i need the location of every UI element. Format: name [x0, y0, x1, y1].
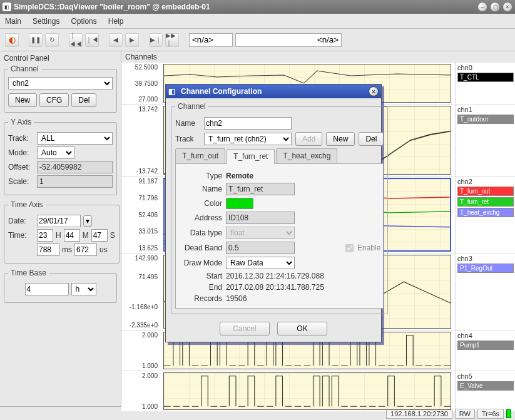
app-icon: ◧ [3, 3, 11, 11]
yaxis-legend: Y Axis [8, 118, 34, 126]
time-ms[interactable] [37, 243, 59, 256]
track-tag-T_furn_ret[interactable]: T_furn_ret [457, 197, 514, 207]
dialog-track-name: T_furn_ret [226, 183, 295, 195]
timeaxis-legend: Time Axis [8, 200, 46, 209]
time-s[interactable] [91, 229, 108, 242]
yaxis-mode-select[interactable]: Auto [37, 146, 74, 159]
play-icon[interactable]: ▶ [125, 33, 139, 47]
time-m[interactable] [64, 229, 80, 242]
time-us[interactable] [74, 243, 97, 256]
timebase-legend: Time Base [8, 269, 49, 277]
channel-name: chn4 [457, 332, 514, 339]
dialog-tab-body: Type Remote Name T_furn_ret Color Addres… [175, 163, 384, 309]
dialog-close-button[interactable]: × [369, 86, 379, 96]
prev-icon[interactable]: ｜◀ [85, 33, 99, 47]
channel-name: chn2 [457, 178, 514, 185]
nav-left-field[interactable] [189, 33, 233, 47]
dialog-color-button[interactable] [226, 198, 253, 209]
dialog-track-select[interactable]: T_furn_ret (chn2) [204, 133, 292, 145]
track-tag-T_furn_out[interactable]: T_furn_out [457, 187, 514, 196]
window-titlebar: ◧ SimpleDCS::DaqViewer "boiler_room" @ e… [0, 0, 515, 14]
date-picker-button[interactable]: ▾ [83, 215, 92, 227]
dialog-tab-T_furn_out[interactable]: T_furn_out [175, 148, 225, 163]
dialog-title: Channel Configuration [181, 87, 365, 96]
date-field[interactable] [37, 215, 81, 227]
dialog-icon: ◧ [168, 87, 177, 96]
control-panel-title: Control Panel [4, 54, 117, 63]
dialog-deadband: 0.5 [226, 242, 295, 254]
yaxis-offset-value: -52.4059982 [37, 161, 113, 173]
dialog-ok-button[interactable]: OK [277, 322, 327, 335]
channel-name: chn5 [457, 372, 514, 380]
dialog-tab-T_furn_ret[interactable]: T_furn_ret [227, 149, 275, 164]
menu-options[interactable]: Options [71, 17, 96, 26]
close-button[interactable]: × [502, 2, 512, 12]
timebase-unit[interactable]: h [71, 283, 96, 295]
channel-name: chn0 [457, 64, 514, 71]
track-tag-T_heat_exchg[interactable]: T_heat_exchg [457, 208, 514, 217]
dialog-type-value: Remote [226, 172, 253, 180]
track-tag-T_CTL[interactable]: T_CTL [457, 73, 514, 82]
channel-cfg-button[interactable]: CFG [39, 93, 69, 107]
channel-config-dialog: ◧ Channel Configuration × Channel Name T… [165, 84, 382, 342]
channel-new-button[interactable]: New [8, 93, 37, 107]
track-tag-E_Valve[interactable]: E_Valve [457, 381, 514, 391]
yaxis-track-select[interactable]: ALL [37, 132, 113, 145]
status-led-icon [506, 409, 511, 418]
maximize-button[interactable]: ◻ [490, 2, 500, 12]
channel-legend: Channel [8, 64, 41, 73]
next-icon[interactable]: ▶｜ [149, 33, 163, 47]
track-tag-P1_RegOut[interactable]: P1_RegOut [457, 264, 514, 273]
dialog-records: 19506 [226, 294, 247, 303]
skip-end-icon[interactable]: ▶▶｜ [165, 33, 179, 47]
timeaxis-group: Time Axis Date: ▾ Time: H M S ms us [4, 200, 120, 264]
dialog-del-button[interactable]: Del [359, 132, 384, 146]
channel-name: chn1 [457, 106, 514, 113]
channel-name: chn3 [457, 255, 514, 262]
rewind-icon[interactable]: ◀ [109, 33, 123, 47]
dialog-tab-T_heat_exchg[interactable]: T_heat_exchg [276, 148, 337, 163]
menu-settings[interactable]: Settings [33, 17, 59, 26]
track-tag-T_outdoor[interactable]: T_outdoor [457, 115, 514, 124]
track-tag-Pump1[interactable]: Pump1 [457, 341, 514, 350]
dialog-cancel-button[interactable]: Cancel [220, 322, 270, 335]
timebase-group: Time Base h [4, 269, 117, 303]
menu-help[interactable]: Help [108, 17, 124, 26]
dialog-dtype: float [226, 227, 295, 239]
toolbar: ◐ ❚❚ ↻ ｜◀◀ ｜◀ ◀ ▶ ▶｜ ▶▶｜ [0, 29, 515, 51]
record-icon[interactable]: ◐ [5, 33, 19, 47]
plot-chn5[interactable] [163, 372, 451, 410]
pause-icon[interactable]: ❚❚ [29, 33, 43, 47]
dialog-name-field[interactable] [204, 117, 292, 130]
channel-group: Channel chn2 New CFG Del [4, 64, 117, 113]
control-panel: Control Panel Channel chn2 New CFG Del Y… [0, 51, 121, 406]
yaxis-scale-value: 1 [37, 175, 113, 188]
dialog-new-button[interactable]: New [326, 132, 355, 146]
window-title: SimpleDCS::DaqViewer "boiler_room" @ emb… [14, 3, 475, 11]
minimize-button[interactable]: – [477, 2, 487, 12]
time-h[interactable] [37, 229, 53, 242]
dialog-add-button[interactable]: Add [295, 132, 322, 146]
dialog-drawmode-select[interactable]: Raw Data [226, 257, 295, 269]
dialog-start: 2016.12.30 21:24:16.729.088 [226, 272, 324, 280]
timebase-value[interactable] [25, 283, 69, 295]
skip-start-icon[interactable]: ｜◀◀ [69, 33, 83, 47]
dialog-address: ID108 [226, 212, 295, 224]
dialog-enable-checkbox [345, 244, 354, 252]
yaxis-group: Y Axis Track: ALL Mode: Auto Offset: -52… [4, 118, 117, 195]
status-rw: RW [455, 409, 475, 419]
nav-right-field[interactable] [235, 33, 342, 47]
menubar: Main Settings Options Help [0, 14, 515, 29]
menu-main[interactable]: Main [5, 17, 21, 26]
channel-select[interactable]: chn2 [8, 77, 113, 90]
dialog-end: 2017.02.08 20:13:41.788.725 [226, 283, 324, 292]
status-tr: Tr=6s [477, 409, 504, 419]
channel-del-button[interactable]: Del [71, 93, 96, 107]
dialog-channel-group: Channel Name Track T_furn_ret (chn2) Add… [171, 102, 388, 314]
channels-title: Channels [121, 51, 515, 63]
reload-icon[interactable]: ↻ [45, 33, 59, 47]
